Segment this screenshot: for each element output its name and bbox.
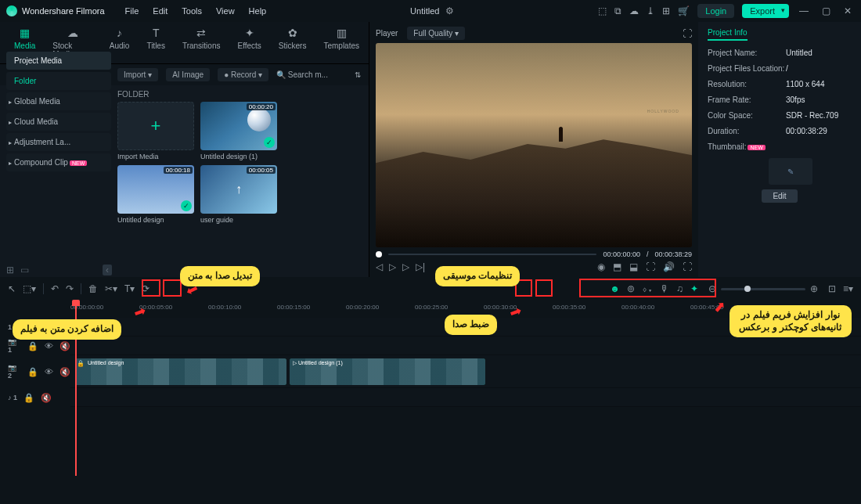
thumbnail-slot[interactable]: ✎ — [769, 158, 812, 185]
crop-icon[interactable]: ⛶ — [646, 261, 655, 272]
cart-icon[interactable]: 🛒 — [678, 5, 690, 16]
effects-icon: ✦ — [245, 27, 254, 39]
sidebar-global-media[interactable]: ▸Global Media — [6, 92, 111, 110]
mixer-icon[interactable]: ⊚ — [627, 283, 635, 294]
thumb-label: Untitled design — [117, 216, 194, 224]
cloud-icon[interactable]: ☁ — [629, 5, 639, 16]
audio-track-1: ♪ 1🔒🔇 — [0, 388, 861, 407]
scrub-handle[interactable] — [376, 251, 382, 257]
zoom-track[interactable] — [721, 288, 805, 290]
import-media-thumb[interactable]: + Import Media — [117, 102, 194, 160]
mark-out-icon[interactable]: ⬓ — [629, 261, 638, 272]
project-info-tab[interactable]: Project Info — [708, 28, 748, 41]
tab-stickers[interactable]: ✿Stickers — [279, 27, 307, 59]
list-icon[interactable]: ≡▾ — [843, 283, 853, 294]
eye-icon[interactable]: 👁 — [45, 341, 53, 351]
close-button[interactable]: ✕ — [841, 5, 855, 16]
lock-icon[interactable]: 🔒 — [27, 367, 38, 377]
cut-icon[interactable]: ✂▾ — [105, 283, 117, 294]
lock-icon[interactable]: 🔒 — [23, 393, 34, 403]
scrub-track[interactable] — [388, 254, 596, 255]
clip-2[interactable]: ▷ Untitled design (1) — [290, 358, 485, 385]
video-track-1: 📷 1🔒👁🔇 — [0, 337, 861, 355]
media-thumb-3[interactable]: ↑00:00:05 user guide — [200, 165, 277, 224]
track-body[interactable]: 🔒Untitled design ▷ Untitled design (1) — [70, 355, 861, 388]
preview-scrubber[interactable]: 00:00:00:00 / 00:00:38:29 — [376, 250, 692, 258]
expand-icon[interactable]: ⛶ — [683, 28, 692, 39]
camera-icon[interactable]: ◉ — [597, 261, 605, 272]
zoom-in-icon[interactable]: ⊕ — [810, 283, 818, 294]
sidebar-compound-clip[interactable]: ▸Compound ClipNEW — [6, 153, 111, 171]
sidebar-folder[interactable]: Folder — [6, 72, 111, 90]
pointer-tool-icon[interactable]: ↖ — [8, 283, 16, 294]
mic-icon[interactable]: 🎙 — [660, 283, 669, 294]
menu-file[interactable]: File — [125, 6, 139, 16]
mute-icon[interactable]: 🔇 — [59, 367, 70, 377]
clip-1[interactable]: 🔒Untitled design — [75, 358, 286, 385]
menu-tools[interactable]: Tools — [182, 6, 202, 16]
settings-icon[interactable]: ⚙ — [445, 5, 454, 16]
login-button[interactable]: Login — [697, 4, 734, 18]
sidebar-label: Global Media — [14, 97, 60, 106]
ai-image-button[interactable]: AI Image — [166, 68, 210, 81]
record-button[interactable]: ● Record ▾ — [218, 68, 268, 81]
mute-icon[interactable]: 🔇 — [41, 393, 52, 403]
copy-icon[interactable]: ⧉ — [614, 5, 621, 16]
select-tool-icon[interactable]: ⬚▾ — [23, 283, 36, 294]
grid-icon[interactable]: ⊞ — [662, 5, 670, 16]
new-folder-icon[interactable]: ⊞ — [6, 265, 14, 275]
media-thumb-2[interactable]: 00:00:18✓ Untitled design — [117, 165, 194, 224]
fullscreen-icon[interactable]: ⛶ — [683, 261, 692, 272]
mark-in-icon[interactable]: ⬒ — [613, 261, 621, 272]
eye-icon[interactable]: 👁 — [45, 367, 53, 376]
search-input[interactable]: 🔍 Search m... — [276, 70, 328, 79]
stop-icon[interactable]: ▷ — [389, 261, 396, 272]
menu-edit[interactable]: Edit — [153, 6, 168, 16]
render-icon[interactable]: ✦ — [690, 283, 698, 294]
zoom-knob[interactable] — [744, 286, 751, 292]
maximize-button[interactable]: ▢ — [819, 5, 833, 16]
tab-effects[interactable]: ✦Effects — [237, 27, 261, 59]
mute-icon[interactable]: 🔇 — [59, 341, 70, 351]
fit-icon[interactable]: ⊡ — [828, 283, 836, 294]
zoom-out-icon[interactable]: ⊖ — [708, 283, 716, 294]
menu-help[interactable]: Help — [249, 6, 267, 16]
sidebar-footer: ⊞ ▭ ‹ — [6, 265, 112, 275]
speech-to-text-icon[interactable]: ⟳ — [142, 283, 150, 294]
edit-button[interactable]: Edit — [762, 189, 798, 203]
tab-titles[interactable]: TTitles — [146, 27, 165, 59]
download-icon[interactable]: ⤓ — [647, 5, 654, 16]
ai-icon[interactable]: ☻ — [610, 283, 620, 294]
music-settings-icon[interactable]: ♫ — [676, 283, 683, 294]
folder-icon[interactable]: ▭ — [20, 265, 29, 275]
tab-audio[interactable]: ♪Audio — [110, 27, 130, 59]
undo-icon[interactable]: ↶ — [51, 283, 59, 294]
title-bar: Wondershare Filmora File Edit Tools View… — [0, 0, 861, 22]
text-tool-icon[interactable]: T▾ — [124, 283, 135, 294]
media-thumb-1[interactable]: 00:00:20✓ Untitled design (1) — [200, 102, 277, 160]
prev-frame-icon[interactable]: ◁ — [376, 261, 383, 272]
tab-templates[interactable]: ▥Templates — [323, 27, 359, 59]
next-frame-icon[interactable]: ▷| — [416, 261, 425, 272]
marker-icon[interactable]: ⬨▾ — [642, 283, 653, 294]
collapse-icon[interactable]: ‹ — [103, 265, 112, 275]
export-button[interactable]: Export — [742, 4, 789, 18]
info-row: Duration:00:00:38:29 — [708, 127, 852, 135]
menu-view[interactable]: View — [216, 6, 235, 16]
delete-icon[interactable]: 🗑 — [88, 283, 98, 294]
sidebar-adjustment-layer[interactable]: ▸Adjustment La... — [6, 133, 111, 151]
quality-dropdown[interactable]: Full Quality ▾ — [407, 27, 465, 40]
minimize-button[interactable]: — — [797, 5, 811, 16]
sidebar-cloud-media[interactable]: ▸Cloud Media — [6, 113, 111, 131]
sidebar-project-media[interactable]: Project Media — [6, 52, 111, 70]
redo-icon[interactable]: ↷ — [66, 283, 74, 294]
preview-viewport[interactable]: HOLLYWOOD — [376, 43, 692, 247]
device-icon[interactable]: ⬚ — [598, 5, 607, 16]
tab-transitions[interactable]: ⇄Transitions — [182, 27, 221, 59]
lock-icon[interactable]: 🔒 — [27, 341, 38, 351]
filter-icon[interactable]: ⇅ — [355, 70, 361, 79]
play-icon[interactable]: ▷ — [402, 261, 409, 272]
zoom-slider[interactable]: ⊖ ⊕ — [705, 282, 821, 296]
import-button[interactable]: Import ▾ — [117, 68, 158, 81]
volume-icon[interactable]: 🔊 — [663, 261, 675, 272]
